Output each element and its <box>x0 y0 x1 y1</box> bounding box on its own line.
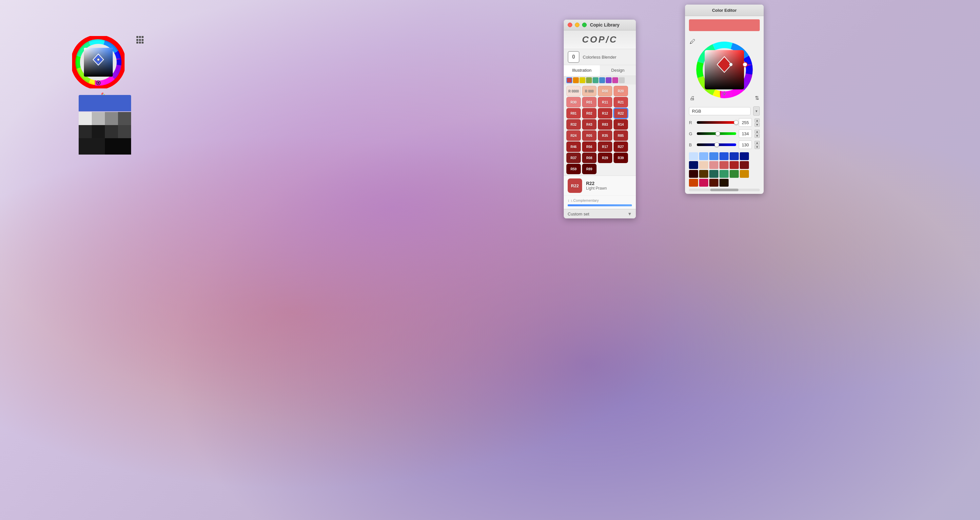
editor-color-wheel[interactable] <box>692 37 757 103</box>
chip-r32[interactable]: R32 <box>566 119 581 130</box>
chip-r35[interactable]: R35 <box>598 130 612 141</box>
chip-r21[interactable]: R21 <box>614 97 628 108</box>
swatch-orange-red[interactable] <box>689 179 698 187</box>
chip-r46[interactable]: R46 <box>566 141 581 152</box>
chip-r30[interactable]: R30 <box>566 97 581 108</box>
minimize-button[interactable] <box>575 22 579 27</box>
grid-icon[interactable] <box>136 36 144 44</box>
chip-r39[interactable]: R39 <box>614 152 628 163</box>
channel-b-down[interactable]: ▼ <box>754 145 760 149</box>
chip-r000[interactable]: R 000 <box>582 86 597 96</box>
channel-b-up[interactable]: ▲ <box>754 141 760 145</box>
swatch-darkred[interactable] <box>740 161 749 169</box>
panel-scrollbar[interactable] <box>689 189 760 191</box>
chip-r0000[interactable]: R 0000 <box>566 86 581 96</box>
row-swatch-orange[interactable] <box>573 77 579 83</box>
channel-b-value[interactable]: 130 <box>739 141 752 149</box>
swatch-navy[interactable] <box>740 152 749 160</box>
maximize-button[interactable] <box>582 22 587 27</box>
dropdown-arrow[interactable]: ▼ <box>753 106 760 116</box>
row-swatch-neutral[interactable] <box>619 77 625 83</box>
swatch-lightblue1[interactable] <box>689 152 698 160</box>
chip-r29[interactable]: R29 <box>598 152 612 163</box>
channel-r-down[interactable]: ▼ <box>754 123 760 127</box>
swatch-almost-black[interactable] <box>92 125 105 138</box>
swatch-blue3[interactable] <box>730 152 739 160</box>
channel-g-thumb[interactable] <box>716 131 720 136</box>
swatch-salmon[interactable] <box>709 161 718 169</box>
color-wheel[interactable] <box>72 36 124 89</box>
chip-r05[interactable]: R05 <box>582 130 597 141</box>
chip-r20[interactable]: R20 <box>614 86 628 96</box>
swatch-green[interactable] <box>730 170 739 178</box>
swatch-peach[interactable] <box>699 161 708 169</box>
swatch-dark-gray[interactable] <box>118 112 131 125</box>
swatch-very-dark-brown[interactable] <box>719 179 729 187</box>
chip-r11[interactable]: R11 <box>598 97 612 108</box>
swatch-gold[interactable] <box>740 170 749 178</box>
swatch-darkteal[interactable] <box>709 170 718 178</box>
swatch-red1[interactable] <box>719 161 729 169</box>
chip-r37[interactable]: R37 <box>566 152 581 163</box>
row-swatch-purple[interactable] <box>606 77 612 83</box>
channel-r-value[interactable]: 255 <box>739 118 752 127</box>
chip-r59[interactable]: R59 <box>566 164 581 174</box>
complementary-label[interactable]: ↕ ↕.Complementary <box>568 198 599 202</box>
chip-r22[interactable]: R22 <box>614 108 628 119</box>
chip-r12[interactable]: R12 <box>598 108 612 119</box>
swatch-darkest2[interactable] <box>118 125 131 138</box>
chip-r02[interactable]: R02 <box>582 108 597 119</box>
row-swatch-red[interactable] <box>566 77 572 83</box>
swatch-darknavy[interactable] <box>689 161 698 169</box>
channel-g-down[interactable]: ▼ <box>754 134 760 138</box>
chip-r00[interactable]: R00 <box>598 86 612 96</box>
swatch-blue2[interactable] <box>719 152 729 160</box>
channel-g-up[interactable]: ▲ <box>754 130 760 133</box>
swatch-dark-brown[interactable] <box>709 179 718 187</box>
color-preview-bar[interactable] <box>689 19 760 31</box>
close-button[interactable] <box>568 22 572 27</box>
swatch-lightblue2[interactable] <box>699 152 708 160</box>
swatch-darkest1[interactable] <box>105 125 118 138</box>
chip-r56[interactable]: R56 <box>582 141 597 152</box>
scrollbar-thumb[interactable] <box>710 189 738 191</box>
channel-b-slider[interactable] <box>697 143 736 146</box>
swatch-white[interactable] <box>79 112 92 125</box>
chip-r08[interactable]: R08 <box>582 152 597 163</box>
chip-r14[interactable]: R14 <box>614 119 628 130</box>
selected-chip-large[interactable]: R22 <box>568 178 582 193</box>
zero-badge[interactable]: 0 <box>568 51 579 63</box>
channel-r-slider[interactable] <box>697 121 736 124</box>
chip-r17[interactable]: R17 <box>598 141 612 152</box>
channel-b-thumb[interactable] <box>714 143 719 147</box>
channel-r-up[interactable]: ▲ <box>754 119 760 122</box>
chip-r81[interactable]: R81 <box>566 108 581 119</box>
swatch-hot-pink[interactable] <box>699 179 708 187</box>
channel-r-thumb[interactable] <box>734 120 738 125</box>
row-swatch-blue[interactable] <box>599 77 605 83</box>
swatch-gray[interactable] <box>105 112 118 125</box>
swatch-black-right[interactable] <box>105 138 131 155</box>
swatch-maroon[interactable] <box>689 170 698 178</box>
swatch-very-dark[interactable] <box>79 125 92 138</box>
swatch-light-gray[interactable] <box>92 112 105 125</box>
chip-r24[interactable]: R24 <box>566 130 581 141</box>
swatch-blue1[interactable] <box>709 152 718 160</box>
chip-r27[interactable]: R27 <box>614 141 628 152</box>
custom-set-row[interactable]: Custom set ▼ <box>564 209 636 219</box>
chip-r89[interactable]: R89 <box>582 164 597 174</box>
row-swatch-green-yellow[interactable] <box>586 77 592 83</box>
row-swatch-pink[interactable] <box>612 77 618 83</box>
chip-r83[interactable]: R83 <box>598 119 612 130</box>
adjust-icon[interactable]: ⇅ <box>755 95 759 101</box>
swatch-teal[interactable] <box>719 170 729 178</box>
tab-illustration[interactable]: Illustration <box>564 65 600 76</box>
row-swatch-teal[interactable] <box>593 77 598 83</box>
eyedropper-icon[interactable]: 🖊 <box>690 38 695 45</box>
row-swatch-yellow[interactable] <box>579 77 585 83</box>
tab-design[interactable]: Design <box>600 65 636 76</box>
chip-r43[interactable]: R43 <box>582 119 597 130</box>
channel-g-slider[interactable] <box>697 132 736 135</box>
chip-r01[interactable]: R01 <box>582 97 597 108</box>
channel-g-value[interactable]: 134 <box>739 129 752 138</box>
